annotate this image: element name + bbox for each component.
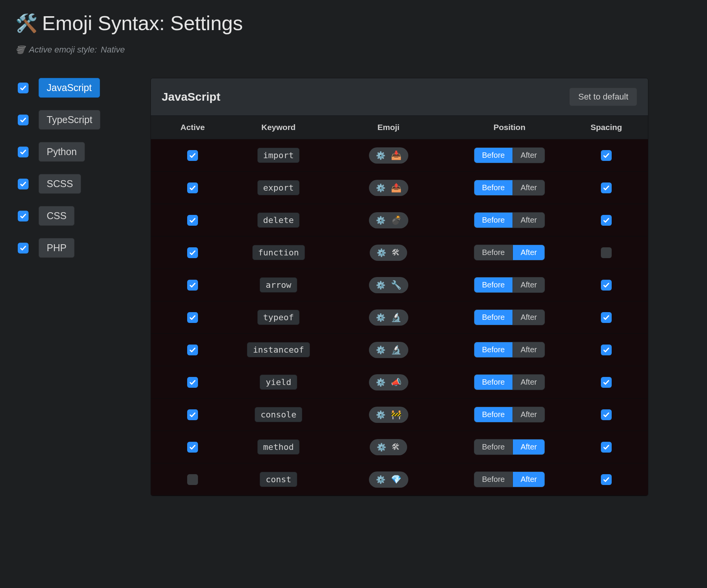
- emoji-glyph: 💎: [391, 475, 401, 485]
- checkbox[interactable]: [187, 345, 198, 355]
- sidebar-item-javascript: JavaScript: [18, 78, 100, 98]
- keyword-badge: function: [252, 245, 305, 260]
- checkbox[interactable]: [601, 377, 612, 388]
- position-after-button[interactable]: After: [512, 472, 545, 487]
- keyword-text: const: [266, 475, 291, 484]
- position-before-button[interactable]: Before: [474, 439, 512, 455]
- keyword-text: import: [263, 150, 294, 160]
- position-after-button[interactable]: After: [512, 310, 545, 325]
- emoji-picker[interactable]: ⚙️📣: [369, 374, 408, 390]
- checkbox[interactable]: [187, 215, 198, 226]
- emoji-picker[interactable]: ⚙️📥: [369, 147, 408, 164]
- checkbox[interactable]: [601, 345, 612, 355]
- emoji-picker[interactable]: ⚙️💎: [369, 471, 408, 488]
- checkbox[interactable]: [18, 115, 29, 125]
- position-after-button[interactable]: After: [512, 375, 545, 390]
- emoji-picker[interactable]: ⚙️🔬: [369, 342, 408, 358]
- position-before-button[interactable]: Before: [474, 472, 512, 487]
- position-before-button[interactable]: Before: [474, 148, 512, 163]
- checkbox[interactable]: [18, 83, 29, 93]
- emoji-picker[interactable]: ⚙️💣: [369, 212, 408, 228]
- position-after-label: After: [521, 345, 537, 354]
- emoji-glyph: 🔧: [391, 280, 401, 290]
- position-after-button[interactable]: After: [512, 407, 545, 422]
- position-before-button[interactable]: Before: [474, 375, 512, 390]
- position-toggle: BeforeAfter: [474, 374, 545, 390]
- checkbox[interactable]: [187, 377, 198, 388]
- checkbox[interactable]: [601, 150, 612, 161]
- checkbox[interactable]: [601, 312, 612, 323]
- checkbox[interactable]: [187, 442, 198, 453]
- lang-tab-php[interactable]: PHP: [39, 238, 74, 258]
- position-after-button[interactable]: After: [512, 342, 545, 357]
- checkbox[interactable]: [601, 182, 612, 193]
- checkbox[interactable]: [601, 409, 612, 420]
- position-after-label: After: [521, 151, 537, 159]
- position-before-button[interactable]: Before: [474, 180, 512, 195]
- position-after-button[interactable]: After: [512, 439, 545, 455]
- position-before-button[interactable]: Before: [474, 245, 512, 260]
- keyword-text: arrow: [266, 280, 291, 290]
- page-title: 🛠️ Emoji Syntax: Settings: [15, 12, 692, 35]
- position-before-button[interactable]: Before: [474, 407, 512, 422]
- checkbox[interactable]: [601, 247, 612, 258]
- emoji-picker[interactable]: ⚙️🛠: [370, 439, 407, 455]
- checkbox[interactable]: [187, 247, 198, 258]
- position-before-button[interactable]: Before: [474, 213, 512, 228]
- emoji-picker[interactable]: ⚙️📤: [369, 180, 408, 196]
- lang-tab-scss[interactable]: SCSS: [39, 174, 81, 194]
- table-row: arrow⚙️🔧BeforeAfter: [151, 269, 648, 301]
- position-before-button[interactable]: Before: [474, 277, 512, 292]
- keyword-badge: method: [257, 439, 299, 455]
- position-after-button[interactable]: After: [512, 213, 545, 228]
- position-after-button[interactable]: After: [512, 277, 545, 292]
- checkbox[interactable]: [18, 179, 29, 189]
- checkbox[interactable]: [187, 312, 198, 323]
- position-before-button[interactable]: Before: [474, 310, 512, 325]
- checkbox[interactable]: [187, 280, 198, 291]
- checkbox[interactable]: [601, 442, 612, 453]
- emoji-picker[interactable]: ⚙️🔧: [369, 277, 408, 293]
- gear-icon: ⚙️: [376, 410, 386, 419]
- position-before-label: Before: [482, 378, 505, 386]
- position-toggle: BeforeAfter: [474, 342, 545, 358]
- col-spacing: Spacing: [575, 123, 637, 132]
- checkbox[interactable]: [187, 150, 198, 161]
- position-after-button[interactable]: After: [512, 180, 545, 195]
- checkbox[interactable]: [18, 243, 29, 253]
- lang-tab-css[interactable]: CSS: [39, 206, 74, 226]
- set-to-default-button[interactable]: Set to default: [569, 88, 637, 106]
- checkbox[interactable]: [187, 182, 198, 193]
- position-before-label: Before: [482, 443, 505, 451]
- lang-tab-label: CSS: [47, 210, 66, 221]
- lang-tab-javascript[interactable]: JavaScript: [39, 78, 100, 98]
- position-toggle: BeforeAfter: [474, 309, 545, 325]
- checkbox[interactable]: [18, 211, 29, 221]
- position-toggle: BeforeAfter: [474, 277, 545, 293]
- emoji-picker[interactable]: ⚙️🚧: [369, 407, 408, 423]
- lang-tab-typescript[interactable]: TypeScript: [39, 110, 100, 130]
- position-after-button[interactable]: After: [512, 245, 545, 260]
- table-row: method⚙️🛠BeforeAfter: [151, 431, 648, 463]
- emoji-glyph: 💣: [391, 215, 401, 225]
- emoji-glyph: 🔬: [391, 345, 401, 355]
- position-after-label: After: [521, 248, 537, 257]
- position-after-button[interactable]: After: [512, 148, 545, 163]
- checkbox[interactable]: [18, 147, 29, 157]
- keyword-text: instanceof: [253, 345, 304, 355]
- keyword-badge: yield: [260, 375, 297, 390]
- lang-tab-label: SCSS: [47, 178, 73, 189]
- lang-tab-python[interactable]: Python: [39, 142, 85, 162]
- checkbox[interactable]: [601, 280, 612, 291]
- position-after-label: After: [521, 410, 537, 419]
- checkbox[interactable]: [601, 474, 612, 485]
- table-row: import⚙️📥BeforeAfter: [151, 139, 648, 172]
- checkbox[interactable]: [187, 474, 198, 485]
- emoji-picker[interactable]: ⚙️🛠: [370, 245, 407, 261]
- checkbox[interactable]: [601, 215, 612, 226]
- position-toggle: BeforeAfter: [474, 180, 545, 196]
- emoji-picker[interactable]: ⚙️🔬: [369, 309, 408, 326]
- checkbox[interactable]: [187, 409, 198, 420]
- position-before-button[interactable]: Before: [474, 342, 512, 357]
- position-after-label: After: [521, 183, 537, 192]
